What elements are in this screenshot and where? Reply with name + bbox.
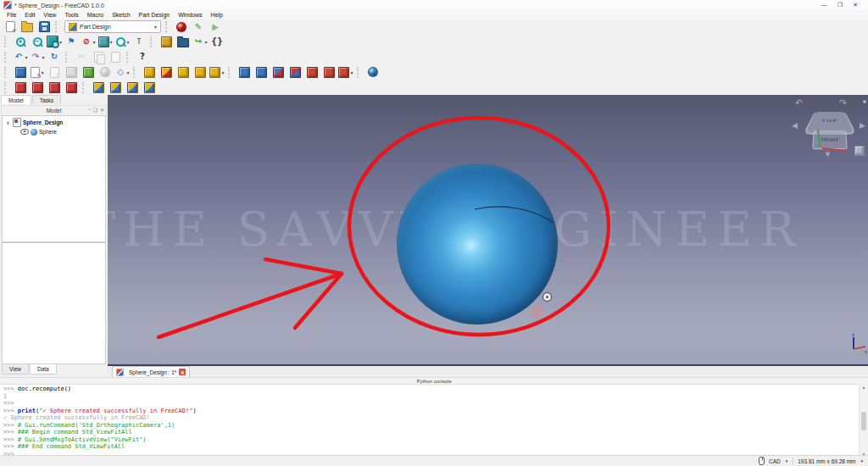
menu-view[interactable]: View — [39, 12, 60, 18]
copy-button[interactable] — [90, 51, 107, 64]
create-body-button[interactable] — [12, 66, 29, 79]
macro-run-button[interactable]: ▶ — [207, 20, 224, 33]
axonometric-view-button[interactable]: ▾ — [97, 36, 114, 48]
export-dropdown-icon[interactable]: ▾ — [205, 39, 208, 45]
tab-data[interactable]: Data — [30, 364, 57, 374]
chamfer-button[interactable] — [29, 81, 46, 94]
map-sketch-button[interactable] — [80, 66, 97, 79]
cut-button[interactable]: ✂ — [73, 51, 90, 64]
dock-float-icon[interactable]: ❏ — [93, 107, 97, 113]
expander-icon[interactable]: ∨ — [5, 119, 11, 125]
draft-button[interactable] — [46, 81, 63, 94]
workbench-selector[interactable]: Part Design ▾ — [64, 20, 161, 33]
subtractive-pipe-button[interactable] — [287, 66, 303, 79]
shape-binder-button[interactable] — [97, 66, 114, 79]
subtractive-primitive-dropdown-icon[interactable]: ▾ — [350, 69, 353, 75]
nav-arrow-left-icon[interactable]: ◀ — [792, 122, 798, 130]
dock-close-icon[interactable]: ✕ — [100, 107, 104, 113]
fit-all-dropdown-icon[interactable]: ▾ — [59, 39, 62, 45]
scroll-up-icon[interactable]: ▲ — [862, 385, 866, 390]
rotate-right-icon[interactable]: ↷ — [839, 98, 847, 108]
clipping-plane-dropdown-icon[interactable]: ▾ — [93, 39, 96, 45]
redo-dropdown-icon[interactable]: ▾ — [42, 54, 44, 60]
primitive-sphere-button[interactable] — [364, 66, 381, 79]
rotate-left-icon[interactable]: ↶ — [795, 98, 803, 108]
console-scrollbar[interactable]: ▲ ▼ — [859, 384, 868, 458]
axonometric-view-dropdown-icon[interactable]: ▾ — [110, 39, 113, 45]
zoom-in-button[interactable]: + — [12, 36, 29, 48]
menu-windows[interactable]: Windows — [174, 12, 206, 18]
nav-arrow-down-icon[interactable]: ▼ — [824, 151, 832, 158]
undo-dropdown-icon[interactable]: ▾ — [25, 54, 27, 60]
open-document-button[interactable] — [19, 20, 36, 33]
nav-mini-cube-icon[interactable] — [854, 146, 865, 156]
tab-model[interactable]: Model — [1, 95, 31, 104]
thickness-button[interactable] — [63, 81, 80, 94]
undo-button[interactable]: ↶▾ — [12, 51, 29, 64]
3d-viewport[interactable]: THE SAVVY ENGINEER ↶ ↷ ◀ ▶ ▼ TOP FRONT — [108, 95, 868, 366]
polar-pattern-button[interactable] — [124, 81, 141, 94]
clone-button[interactable]: ◇▾ — [114, 66, 131, 79]
zoom-region-button[interactable]: ▾ — [114, 36, 131, 48]
menu-macro[interactable]: Macro — [83, 12, 108, 18]
menu-edit[interactable]: Edit — [20, 12, 39, 18]
export-button[interactable]: ↪▾ — [192, 36, 209, 48]
nav-cube-front-face[interactable]: FRONT — [812, 131, 847, 150]
pocket-button[interactable] — [236, 66, 253, 79]
sync-view-button[interactable]: ⚑ — [63, 36, 80, 48]
chevron-down-icon[interactable]: ▼ — [785, 459, 788, 463]
fit-all-button[interactable]: ▾ — [46, 36, 63, 48]
hole-button[interactable] — [253, 66, 270, 79]
tree-item-sphere[interactable]: Sphere — [3, 127, 105, 136]
tab-close-icon[interactable]: ✕ — [179, 369, 186, 375]
linear-pattern-button[interactable] — [107, 81, 124, 94]
zoom-out-button[interactable]: − — [29, 36, 46, 48]
menu-sketch[interactable]: Sketch — [108, 12, 134, 18]
refresh-button[interactable]: ↻ — [46, 51, 63, 64]
chevron-down-icon[interactable]: ▼ — [860, 459, 864, 463]
clipping-plane-button[interactable]: ⊘▾ — [80, 36, 97, 48]
additive-pipe-button[interactable] — [192, 66, 209, 79]
group-folder-button[interactable] — [175, 36, 192, 48]
menu-part-design[interactable]: Part Design — [135, 12, 175, 18]
nav-dot-icon[interactable] — [863, 100, 866, 103]
appearance-button[interactable] — [158, 36, 175, 48]
measure-button[interactable]: ⊺ — [131, 36, 147, 48]
create-sketch-button[interactable]: ✎▾ — [29, 66, 46, 79]
revolution-button[interactable] — [158, 66, 175, 79]
additive-loft-button[interactable] — [175, 66, 192, 79]
tab-view[interactable]: View — [2, 364, 29, 374]
macro-braces-button[interactable]: {} — [209, 36, 225, 48]
sphere-3d-object[interactable] — [397, 164, 558, 325]
menu-file[interactable]: File — [3, 12, 20, 18]
pad-button[interactable] — [141, 66, 158, 79]
subtractive-loft-button[interactable] — [303, 66, 320, 79]
new-document-button[interactable]: + — [2, 20, 19, 33]
macro-edit-button[interactable]: ✎ — [190, 20, 207, 33]
whats-this-button[interactable]: ? — [134, 51, 151, 64]
close-button[interactable]: ✕ — [853, 2, 858, 8]
macro-record-button[interactable] — [173, 20, 190, 33]
tab-tasks[interactable]: Tasks — [32, 95, 62, 104]
navigation-cube[interactable]: ↶ ↷ ◀ ▶ ▼ TOP FRONT — [790, 98, 868, 164]
document-tab[interactable]: Sphere_Design : 1* ✕ — [112, 366, 190, 377]
edit-sketch-button[interactable]: ✎ — [46, 66, 63, 79]
paste-button[interactable] — [107, 51, 124, 64]
dock-minimize-icon[interactable]: ▫ — [88, 107, 90, 113]
additive-primitive-button[interactable]: ▾ — [209, 66, 225, 79]
mirrored-button[interactable] — [90, 81, 107, 94]
minimize-button[interactable]: — — [821, 2, 827, 8]
restore-button[interactable]: ❐ — [837, 2, 843, 8]
additive-primitive-dropdown-icon[interactable]: ▾ — [221, 69, 224, 75]
fillet-button[interactable] — [12, 81, 29, 94]
subtractive-helix-button[interactable] — [320, 66, 337, 79]
validate-sketch-button[interactable] — [63, 66, 80, 79]
zoom-region-dropdown-icon[interactable]: ▾ — [127, 39, 130, 45]
scrollbar-thumb[interactable] — [861, 412, 866, 430]
menu-help[interactable]: Help — [207, 12, 227, 18]
save-document-button[interactable] — [36, 20, 53, 33]
clone-dropdown-icon[interactable]: ▾ — [126, 69, 129, 75]
nav-arrow-right-icon[interactable]: ▶ — [860, 122, 865, 130]
groove-button[interactable] — [270, 66, 287, 79]
menu-tools[interactable]: Tools — [60, 12, 82, 18]
